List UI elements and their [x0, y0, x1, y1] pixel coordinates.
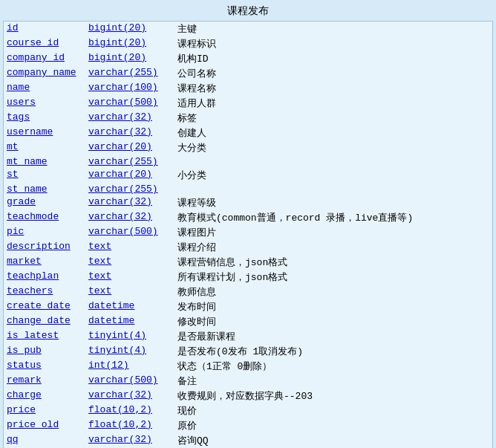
- field-type: varchar(32): [85, 433, 174, 448]
- table-row: create_date datetime 发布时间: [4, 299, 492, 314]
- field-name: company_name: [4, 66, 85, 81]
- field-type: varchar(32): [85, 210, 174, 225]
- field-desc: 备注: [174, 374, 492, 389]
- field-name: teachplan: [4, 270, 85, 285]
- table-row: id bigint(20) 主键: [4, 22, 492, 36]
- field-desc: 所有课程计划，json格式: [174, 270, 492, 285]
- field-type: datetime: [85, 314, 174, 329]
- field-name: st_name: [4, 183, 85, 195]
- field-name: create_date: [4, 299, 85, 314]
- table-row: price float(10,2) 现价: [4, 403, 492, 418]
- field-type: bigint(20): [85, 36, 174, 51]
- field-desc: 咨询QQ: [174, 433, 492, 448]
- table-row: market text 课程营销信息，json格式: [4, 255, 492, 270]
- field-type: tinyint(4): [85, 344, 174, 359]
- field-type: varchar(255): [85, 66, 174, 81]
- table-row: description text 课程介绍: [4, 240, 492, 255]
- field-name: price: [4, 403, 85, 418]
- field-name: qq: [4, 433, 85, 448]
- field-name: username: [4, 126, 85, 140]
- table-row: remark varchar(500) 备注: [4, 374, 492, 389]
- field-name: teachers: [4, 285, 85, 299]
- field-type: varchar(32): [85, 111, 174, 126]
- field-type: float(10,2): [85, 403, 174, 418]
- table-row: teachmode varchar(32) 教育模式(common普通，reco…: [4, 210, 492, 225]
- field-desc: 标签: [174, 111, 492, 126]
- field-name: price_old: [4, 418, 85, 433]
- field-type: varchar(32): [85, 195, 174, 210]
- table-row: tags varchar(32) 标签: [4, 111, 492, 126]
- field-type: text: [85, 255, 174, 270]
- field-name: remark: [4, 374, 85, 389]
- field-desc: 公司名称: [174, 66, 492, 81]
- table-row: name varchar(100) 课程名称: [4, 81, 492, 96]
- field-name: change_date: [4, 314, 85, 329]
- field-desc: 原价: [174, 418, 492, 433]
- table-row: status int(12) 状态（1正常 0删除）: [4, 359, 492, 374]
- table-row: mt_name varchar(255): [4, 155, 492, 168]
- field-name: charge: [4, 389, 85, 403]
- field-name: tags: [4, 111, 85, 126]
- field-type: float(10,2): [85, 418, 174, 433]
- field-desc: [174, 183, 492, 195]
- field-type: varchar(255): [85, 155, 174, 168]
- field-name: name: [4, 81, 85, 96]
- field-type: datetime: [85, 299, 174, 314]
- field-desc: 主键: [174, 22, 492, 36]
- field-name: grade: [4, 195, 85, 210]
- field-name: mt_name: [4, 155, 85, 168]
- field-type: varchar(20): [85, 140, 174, 155]
- field-type: text: [85, 270, 174, 285]
- field-desc: 发布时间: [174, 299, 492, 314]
- field-desc: 课程营销信息，json格式: [174, 255, 492, 270]
- field-name: st: [4, 168, 85, 183]
- field-desc: 是否最新课程: [174, 329, 492, 344]
- table-row: mt varchar(20) 大分类: [4, 140, 492, 155]
- table-row: company_id bigint(20) 机构ID: [4, 51, 492, 66]
- table-title: 课程发布: [0, 0, 496, 21]
- field-desc: 修改时间: [174, 314, 492, 329]
- field-name: mt: [4, 140, 85, 155]
- field-desc: 机构ID: [174, 51, 492, 66]
- schema-table: id bigint(20) 主键 course_id bigint(20) 课程…: [4, 22, 492, 448]
- field-name: market: [4, 255, 85, 270]
- field-desc: 是否发布(0发布 1取消发布): [174, 344, 492, 359]
- field-type: bigint(20): [85, 51, 174, 66]
- field-desc: 状态（1正常 0删除）: [174, 359, 492, 374]
- field-desc: 课程等级: [174, 195, 492, 210]
- field-type: varchar(500): [85, 96, 174, 111]
- field-type: text: [85, 240, 174, 255]
- field-desc: 大分类: [174, 140, 492, 155]
- field-name: status: [4, 359, 85, 374]
- table-row: change_date datetime 修改时间: [4, 314, 492, 329]
- main-container: 课程发布 id bigint(20) 主键 course_id bigint(2…: [0, 0, 496, 448]
- table-row: users varchar(500) 适用人群: [4, 96, 492, 111]
- field-name: description: [4, 240, 85, 255]
- table-row: company_name varchar(255) 公司名称: [4, 66, 492, 81]
- field-type: varchar(255): [85, 183, 174, 195]
- field-type: varchar(500): [85, 225, 174, 240]
- field-desc: 适用人群: [174, 96, 492, 111]
- field-name: pic: [4, 225, 85, 240]
- field-name: teachmode: [4, 210, 85, 225]
- field-desc: 收费规则，对应数据字典--203: [174, 389, 492, 403]
- table-row: course_id bigint(20) 课程标识: [4, 36, 492, 51]
- table-wrapper: id bigint(20) 主键 course_id bigint(20) 课程…: [3, 21, 493, 448]
- field-desc: [174, 155, 492, 168]
- table-row: is_latest tinyint(4) 是否最新课程: [4, 329, 492, 344]
- table-row: username varchar(32) 创建人: [4, 126, 492, 140]
- field-desc: 小分类: [174, 168, 492, 183]
- field-name: users: [4, 96, 85, 111]
- field-type: varchar(100): [85, 81, 174, 96]
- field-desc: 课程图片: [174, 225, 492, 240]
- field-desc: 课程名称: [174, 81, 492, 96]
- field-type: varchar(32): [85, 389, 174, 403]
- field-name: is_latest: [4, 329, 85, 344]
- field-type: text: [85, 285, 174, 299]
- field-type: tinyint(4): [85, 329, 174, 344]
- table-row: price_old float(10,2) 原价: [4, 418, 492, 433]
- table-row: teachers text 教师信息: [4, 285, 492, 299]
- field-name: id: [4, 22, 85, 36]
- field-type: int(12): [85, 359, 174, 374]
- field-name: is_pub: [4, 344, 85, 359]
